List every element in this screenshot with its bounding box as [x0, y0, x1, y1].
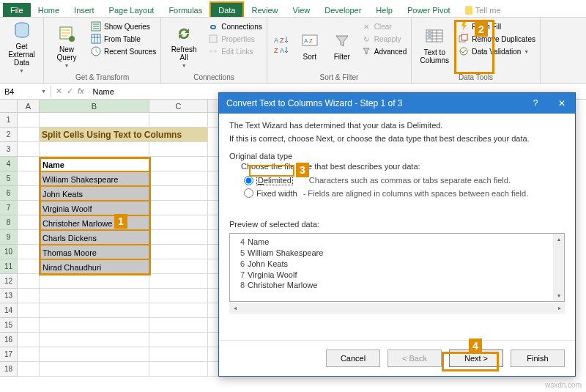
col-header-b[interactable]: B [40, 100, 149, 113]
cell[interactable] [149, 113, 208, 127]
scroll-down-icon[interactable]: ▾ [553, 290, 564, 301]
row-header[interactable]: 17 [0, 347, 18, 362]
cell[interactable] [40, 347, 149, 362]
data-cell[interactable]: John Keats [40, 186, 149, 201]
scroll-up-icon[interactable]: ▴ [553, 234, 564, 245]
cell[interactable] [149, 274, 208, 289]
row-header[interactable]: 6 [0, 186, 18, 201]
radio-fixed-row[interactable]: Fixed width - Fields are aligned in colu… [244, 188, 565, 198]
row-header[interactable]: 2 [0, 127, 18, 142]
cell[interactable] [18, 201, 40, 215]
cell[interactable] [18, 289, 40, 303]
cell[interactable] [149, 230, 208, 245]
filter-button[interactable]: Filter [327, 19, 357, 72]
cell[interactable] [18, 230, 40, 245]
row-header[interactable]: 4 [0, 157, 18, 171]
tab-power-pivot[interactable]: Power Pivot [400, 3, 458, 17]
sort-button[interactable]: AZ Sort [295, 19, 324, 72]
cell[interactable] [40, 303, 149, 318]
cell[interactable] [18, 347, 40, 362]
remove-duplicates-button[interactable]: Remove Duplicates [457, 33, 537, 45]
refresh-all-button[interactable]: Refresh All ▼ [164, 19, 204, 72]
cell[interactable] [18, 186, 40, 201]
row-header[interactable]: 13 [0, 289, 18, 303]
cell[interactable] [149, 347, 208, 362]
cell[interactable] [18, 333, 40, 347]
radio-delimited[interactable] [244, 176, 253, 185]
tab-page-layout[interactable]: Page Layout [102, 3, 162, 17]
name-box[interactable]: B4▼ [0, 86, 51, 97]
tab-home[interactable]: Home [31, 3, 67, 17]
cell[interactable] [149, 186, 208, 201]
text-to-columns-button[interactable]: Text to Columns [415, 19, 454, 72]
connections-button[interactable]: Connections [207, 21, 264, 32]
row-header[interactable]: 8 [0, 215, 18, 230]
row-header[interactable]: 15 [0, 318, 18, 333]
tab-help[interactable]: Help [368, 3, 400, 17]
tab-file[interactable]: File [3, 3, 31, 17]
cell[interactable] [149, 333, 208, 347]
dialog-titlebar[interactable]: Convert Text to Columns Wizard - Step 1 … [219, 93, 575, 114]
data-cell[interactable]: Nirad Chaudhuri [40, 259, 149, 274]
row-header[interactable]: 1 [0, 113, 18, 127]
row-header[interactable]: 3 [0, 142, 18, 157]
cancel-formula-icon[interactable]: ✕ [56, 86, 62, 96]
cell[interactable] [18, 127, 40, 142]
cell[interactable] [149, 157, 208, 171]
row-header[interactable]: 16 [0, 333, 18, 347]
cell[interactable] [149, 303, 208, 318]
cell[interactable] [18, 113, 40, 127]
row-header[interactable]: 7 [0, 201, 18, 215]
row-header[interactable]: 5 [0, 171, 18, 186]
cell[interactable] [40, 113, 149, 127]
cell[interactable] [149, 318, 208, 333]
close-button[interactable]: ✕ [549, 93, 575, 114]
back-button[interactable]: < Back [387, 350, 442, 367]
new-query-button[interactable]: New Query ▼ [47, 19, 86, 72]
cell[interactable] [18, 259, 40, 274]
clear-button[interactable]: ✕Clear [360, 21, 408, 32]
properties-button[interactable]: Properties [207, 33, 264, 45]
title-cell[interactable]: Split Cells Using Text to Columns [40, 127, 208, 142]
from-table-button[interactable]: From Table [89, 33, 157, 45]
edit-links-button[interactable]: Edit Links [207, 45, 264, 57]
reapply-button[interactable]: ↻Reapply [360, 33, 408, 45]
select-all-corner[interactable] [0, 100, 18, 113]
tab-data[interactable]: Data [209, 1, 244, 17]
radio-delimited-row[interactable]: Delimited Characters such as commas or t… [244, 175, 565, 185]
cell[interactable] [18, 142, 40, 157]
col-header-c[interactable]: C [149, 100, 208, 113]
cell[interactable] [40, 142, 149, 157]
row-header[interactable]: 12 [0, 274, 18, 289]
tell-me[interactable]: Tell me [458, 3, 508, 17]
cell[interactable] [149, 289, 208, 303]
help-button[interactable]: ? [522, 93, 549, 114]
cell[interactable] [40, 318, 149, 333]
cell[interactable] [18, 215, 40, 230]
cell[interactable] [149, 171, 208, 186]
row-header[interactable]: 11 [0, 259, 18, 274]
preview-scroll-vertical[interactable]: ▴ ▾ [553, 234, 564, 301]
fx-icon[interactable]: fx [78, 86, 84, 96]
data-cell[interactable]: Thomas Moore [40, 245, 149, 259]
cell[interactable] [149, 215, 208, 230]
flash-fill-button[interactable]: Flash Fill [457, 21, 537, 32]
row-header[interactable]: 18 [0, 362, 18, 377]
row-header[interactable]: 9 [0, 230, 18, 245]
tab-formulas[interactable]: Formulas [161, 3, 209, 17]
data-cell[interactable]: William Shakespeare [40, 171, 149, 186]
row-header[interactable]: 14 [0, 303, 18, 318]
header-cell[interactable]: Name [40, 157, 149, 171]
radio-fixed-width[interactable] [244, 188, 253, 198]
accept-formula-icon[interactable]: ✓ [67, 86, 73, 96]
scroll-right-icon[interactable]: ▸ [554, 303, 565, 314]
tab-developer[interactable]: Developer [317, 3, 368, 17]
cell[interactable] [40, 362, 149, 377]
cell[interactable] [18, 171, 40, 186]
cell[interactable] [18, 157, 40, 171]
tab-review[interactable]: Review [244, 3, 285, 17]
cell[interactable] [149, 142, 208, 157]
show-queries-button[interactable]: Show Queries [89, 21, 157, 32]
recent-sources-button[interactable]: Recent Sources [89, 45, 157, 57]
cell[interactable] [149, 259, 208, 274]
